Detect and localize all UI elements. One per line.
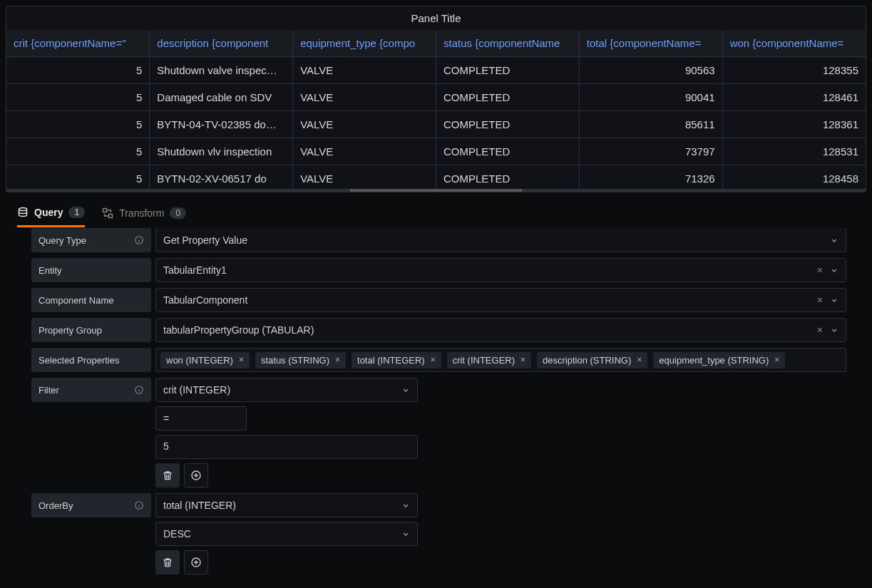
delete-orderby-button[interactable] — [155, 550, 180, 574]
tab-query-count: 1 — [68, 207, 85, 218]
label-orderby: OrderBy — [31, 493, 151, 517]
tab-transform[interactable]: Transform 0 — [102, 207, 186, 227]
select-query-type[interactable]: Get Property Value — [155, 228, 846, 252]
chip-label: status (STRING) — [261, 355, 329, 366]
info-icon[interactable] — [134, 500, 144, 510]
chip-label: description (STRING) — [543, 355, 631, 366]
cell-won: 128458 — [722, 165, 866, 190]
property-chip[interactable]: won (INTEGER)× — [160, 352, 250, 368]
editor-tabs: Query 1 Transform 0 — [6, 198, 866, 227]
table-row[interactable]: 5BYTN-04-TV-02385 do…VALVECOMPLETED85611… — [6, 111, 866, 138]
table-header-row: crit {componentName=" description {compo… — [6, 30, 866, 57]
input-filter-value[interactable]: 5 — [155, 435, 418, 459]
chevron-down-icon — [830, 296, 838, 304]
chip-remove-icon[interactable]: × — [637, 355, 642, 365]
chip-remove-icon[interactable]: × — [520, 355, 525, 365]
table-row[interactable]: 5Damaged cable on SDVVALVECOMPLETED90041… — [6, 84, 866, 111]
select-orderby-field[interactable]: total (INTEGER) — [155, 493, 418, 517]
scrollbar-thumb[interactable] — [350, 189, 522, 192]
svg-rect-1 — [103, 209, 107, 212]
property-chip[interactable]: description (STRING)× — [537, 352, 647, 368]
table-row[interactable]: 5Shutdown vlv inspectionVALVECOMPLETED73… — [6, 138, 866, 165]
add-orderby-button[interactable] — [184, 550, 208, 574]
plus-circle-icon — [190, 470, 202, 481]
select-orderby-direction[interactable]: DESC — [155, 522, 418, 546]
chip-remove-icon[interactable]: × — [431, 355, 436, 365]
cell-equipment_type: VALVE — [293, 165, 436, 190]
chip-label: won (INTEGER) — [166, 355, 233, 366]
label-property-group: Property Group — [31, 318, 151, 342]
select-entity[interactable]: TabularEntity1 × — [155, 258, 846, 282]
label-entity: Entity — [31, 258, 151, 282]
col-status[interactable]: status {componentName — [436, 30, 579, 57]
database-icon — [17, 207, 29, 218]
chevron-down-icon — [401, 501, 410, 510]
select-filter-operator[interactable]: = — [155, 406, 247, 430]
cell-status: COMPLETED — [436, 84, 579, 111]
chip-label: equipment_type (STRING) — [659, 355, 769, 366]
cell-total: 71326 — [579, 165, 722, 190]
horizontal-scrollbar[interactable] — [6, 189, 866, 192]
label-query-type: Query Type — [31, 228, 151, 252]
cell-total: 85611 — [579, 111, 722, 138]
cell-won: 128531 — [722, 138, 866, 165]
cell-equipment_type: VALVE — [293, 57, 436, 84]
svg-point-0 — [19, 208, 27, 211]
clear-icon[interactable]: × — [817, 324, 823, 336]
cell-equipment_type: VALVE — [293, 111, 436, 138]
property-chip[interactable]: status (STRING)× — [255, 352, 346, 368]
tab-transform-label: Transform — [119, 207, 164, 219]
chevron-down-icon — [401, 530, 410, 538]
plus-circle-icon — [190, 557, 202, 568]
trash-icon — [162, 557, 173, 568]
cell-total: 90041 — [579, 84, 722, 111]
chip-remove-icon[interactable]: × — [335, 355, 340, 365]
delete-filter-button[interactable] — [155, 463, 180, 488]
query-editor: Query Type Get Property Value Entity — [6, 227, 866, 582]
clear-icon[interactable]: × — [817, 264, 823, 276]
cell-description: Shutdown valve inspec… — [150, 57, 293, 84]
col-crit[interactable]: crit {componentName=" — [6, 30, 150, 57]
cell-crit: 5 — [6, 57, 150, 84]
cell-crit: 5 — [6, 111, 150, 138]
clear-icon[interactable]: × — [817, 294, 823, 306]
chip-label: total (INTEGER) — [357, 355, 425, 366]
cell-won: 128355 — [722, 57, 866, 84]
property-chip[interactable]: total (INTEGER)× — [352, 352, 441, 368]
selected-properties-input[interactable]: won (INTEGER)×status (STRING)×total (INT… — [155, 348, 846, 372]
cell-won: 128461 — [722, 84, 866, 111]
info-icon[interactable] — [134, 235, 144, 245]
tab-query[interactable]: Query 1 — [17, 207, 85, 227]
col-won[interactable]: won {componentName= — [722, 30, 866, 57]
select-filter-field[interactable]: crit (INTEGER) — [155, 378, 418, 402]
trash-icon — [162, 470, 173, 481]
cell-description: BYTN-04-TV-02385 do… — [150, 111, 293, 138]
chip-remove-icon[interactable]: × — [774, 355, 779, 365]
property-chip[interactable]: crit (INTEGER)× — [447, 352, 531, 368]
chip-label: crit (INTEGER) — [453, 355, 515, 366]
label-component-name: Component Name — [31, 288, 151, 312]
cell-total: 73797 — [579, 138, 722, 165]
cell-total: 90563 — [579, 57, 722, 84]
chevron-down-icon — [830, 266, 838, 274]
table-row[interactable]: 5Shutdown valve inspec…VALVECOMPLETED905… — [6, 57, 866, 84]
col-description[interactable]: description {component — [150, 30, 293, 57]
cell-equipment_type: VALVE — [293, 138, 436, 165]
table-row[interactable]: 5BYTN-02-XV-06517 doVALVECOMPLETED713261… — [6, 165, 866, 190]
cell-won: 128361 — [722, 111, 866, 138]
select-property-group[interactable]: tabularPropertyGroup (TABULAR) × — [155, 318, 846, 342]
col-equipment-type[interactable]: equipment_type {compo — [293, 30, 436, 57]
cell-description: BYTN-02-XV-06517 do — [150, 165, 293, 190]
chip-remove-icon[interactable]: × — [239, 355, 244, 365]
add-filter-button[interactable] — [184, 463, 208, 488]
tab-query-label: Query — [34, 207, 63, 218]
info-icon[interactable] — [134, 385, 144, 395]
cell-description: Damaged cable on SDV — [150, 84, 293, 111]
cell-equipment_type: VALVE — [293, 84, 436, 111]
cell-status: COMPLETED — [436, 138, 579, 165]
property-chip[interactable]: equipment_type (STRING)× — [653, 352, 785, 368]
panel-title: Panel Title — [6, 6, 866, 30]
select-component-name[interactable]: TabularComponent × — [155, 288, 846, 312]
svg-rect-2 — [109, 215, 113, 218]
col-total[interactable]: total {componentName= — [579, 30, 722, 57]
